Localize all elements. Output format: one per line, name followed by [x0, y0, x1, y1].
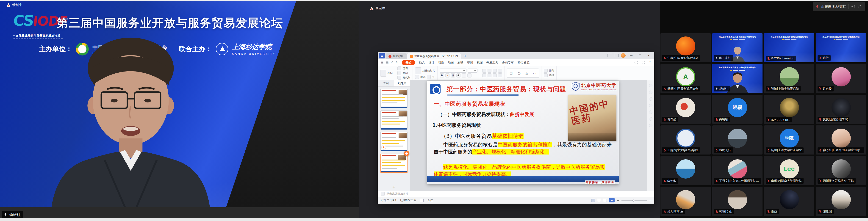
share-icon[interactable]	[642, 61, 645, 64]
new-slide-plus[interactable]: +	[378, 185, 410, 189]
participant-tile[interactable]: 四川服务贸易协会-王璐	[816, 156, 866, 185]
paste-button[interactable]: 粘贴	[388, 71, 393, 75]
tab-animation[interactable]: 动画	[447, 61, 454, 65]
section-button[interactable]: 节	[432, 75, 435, 78]
help-icon[interactable]	[649, 124, 652, 127]
media-play-icon[interactable]	[381, 145, 386, 149]
reading-view-icon[interactable]	[603, 199, 607, 202]
selection-pane-icon[interactable]	[649, 84, 652, 87]
new-slide-button[interactable]: 新建幻灯片	[423, 69, 435, 72]
participant-tile[interactable]: 许自俊	[816, 64, 866, 93]
zoom-out-button[interactable]: −	[617, 199, 619, 202]
layout-button[interactable]: 版式	[421, 75, 425, 78]
highlight-icon[interactable]	[467, 73, 471, 77]
copy-button[interactable]: 复制	[403, 71, 408, 75]
notes-placeholder[interactable]: 单击此处添加备注	[386, 192, 408, 196]
bullet-list-icon[interactable]	[482, 69, 486, 73]
participant-tile[interactable]: 第三届中国服务业开放与服务贸易发展论坛 陶开彩虹	[712, 33, 763, 62]
tab-slideshow[interactable]: 放映	[457, 61, 463, 65]
participant-tile[interactable]: 第三届中国服务业开放与服务贸易发展论坛 蔚芳	[816, 33, 866, 62]
save-icon[interactable]: ▣	[381, 61, 383, 64]
grid-view-icon[interactable]	[420, 199, 424, 202]
participant-tile[interactable]: 第三届中国服务业开放与服务贸易发展论坛 杨雄柱	[712, 64, 763, 93]
participant-tile[interactable]: 梅儿|明明主	[660, 187, 711, 216]
layout-switch-icon[interactable]	[607, 54, 612, 57]
wps-menu-button[interactable]: ≡	[379, 53, 385, 59]
sorter-view-icon[interactable]	[597, 199, 601, 202]
expand-arrow-icon[interactable]	[858, 4, 862, 8]
numbered-list-icon[interactable]	[488, 69, 491, 73]
slide-thumbnail[interactable]	[380, 89, 407, 108]
tab-insert[interactable]: 插入	[419, 61, 425, 65]
indent-icon[interactable]	[493, 69, 497, 73]
participant-tile[interactable]: 3242207481	[764, 95, 814, 124]
zoom-slider[interactable]	[621, 200, 647, 200]
participant-tile[interactable]: 王丽|河北大学经济学院	[660, 125, 711, 155]
participant-tile[interactable]: 岚岚|山东管理学院	[816, 95, 866, 124]
participant-tile[interactable]: A 姗姗|中国服务贸易协会	[660, 64, 711, 93]
tab-home[interactable]: 稻壳模板	[386, 54, 407, 59]
select-icon[interactable]	[544, 73, 548, 77]
notes-more-icon[interactable]: ⋯	[649, 192, 651, 195]
search-icon[interactable]	[634, 61, 638, 64]
tab-document[interactable]: 中医药服务贸易发展...(2022.12.2)	[407, 54, 461, 59]
volume-icon[interactable]	[851, 4, 855, 8]
close-button[interactable]: ×	[646, 54, 652, 57]
comment-icon[interactable]	[649, 104, 652, 107]
slide-thumbnail-selected[interactable]	[380, 154, 407, 173]
slide-thumbnail[interactable]	[380, 132, 407, 151]
split-view-icon[interactable]	[614, 54, 619, 57]
strikethrough-button[interactable]: S	[456, 73, 461, 77]
participant-tile[interactable]: 牛犇|中国服务贸易协会	[660, 33, 711, 62]
arrange-button[interactable]: 排列	[549, 69, 554, 72]
collapse-ribbon-icon[interactable]: ^	[649, 61, 651, 64]
cut-button[interactable]: 剪切	[403, 67, 408, 70]
slide-layout-icon[interactable]	[415, 75, 419, 79]
tab-review[interactable]: 审阅	[467, 61, 473, 65]
slide-thumbnail[interactable]	[380, 110, 407, 130]
animation-pane-icon[interactable]	[649, 97, 652, 101]
minimize-button[interactable]: —	[628, 54, 634, 57]
redo-icon[interactable]: ↻	[396, 61, 398, 64]
print-icon[interactable]: ▤	[386, 61, 389, 64]
properties-icon[interactable]	[649, 91, 652, 94]
participant-tile[interactable]: 第三届中国服务业开放与服务贸易发展论坛 GATIS-chenying	[764, 33, 814, 62]
template-icon[interactable]	[649, 110, 652, 114]
participant-tile[interactable]: 雨薇	[764, 187, 814, 216]
participant-tile[interactable]: 廖万红|广西外国语学院国际…	[816, 125, 866, 155]
align-center-icon[interactable]	[488, 73, 491, 77]
undo-icon[interactable]: ↺	[391, 61, 394, 64]
participant-tile[interactable]: 黄存晶	[660, 95, 711, 124]
align-left-icon[interactable]	[482, 73, 486, 77]
account-avatar[interactable]	[621, 53, 626, 58]
font-size-select[interactable]	[468, 68, 477, 73]
font-color-icon[interactable]	[462, 73, 466, 77]
copy-icon[interactable]	[397, 71, 401, 75]
underline-button[interactable]: U	[451, 73, 455, 77]
participant-tile[interactable]: 学院 杨柏|上海大学经济学院	[764, 125, 814, 155]
participant-tile[interactable]: 张敏|上海金融研究院	[764, 64, 814, 93]
participant-tile[interactable]: Lee 李伍荣|湖南大学商学院	[764, 156, 814, 185]
tab-member[interactable]: 会员专享	[502, 61, 514, 65]
section-icon[interactable]	[427, 75, 431, 79]
pane-tab-outline[interactable]: 大纲	[378, 80, 394, 87]
participant-tile[interactable]: 张建国	[816, 187, 866, 216]
notes-bar[interactable]: 单击此处添加备注 ⋯	[378, 191, 654, 197]
format-painter-icon[interactable]	[397, 76, 401, 80]
notes-toggle[interactable]: 备注	[427, 198, 433, 202]
line-spacing-icon[interactable]	[498, 69, 502, 73]
format-painter-button[interactable]: 格式刷	[403, 76, 410, 79]
tab-view[interactable]: 视图	[476, 61, 483, 65]
tab-transition[interactable]: 切换	[438, 61, 444, 65]
tab-start[interactable]: 开始	[402, 60, 415, 65]
new-slide-icon[interactable]	[415, 67, 421, 74]
new-tab-button[interactable]: +	[461, 54, 469, 58]
tab-docer[interactable]: 稻壳资源	[517, 61, 529, 65]
italic-button[interactable]: I	[445, 73, 450, 77]
normal-view-icon[interactable]	[591, 199, 595, 202]
shape-gallery[interactable]: □○△▭	[507, 68, 539, 78]
pane-tab-slides[interactable]: 幻灯片	[394, 80, 410, 87]
tab-devtools[interactable]: 开发工具	[486, 61, 498, 65]
slideshow-play-button[interactable]: ▶	[609, 198, 615, 202]
add-slide-button[interactable]: +	[404, 151, 409, 156]
